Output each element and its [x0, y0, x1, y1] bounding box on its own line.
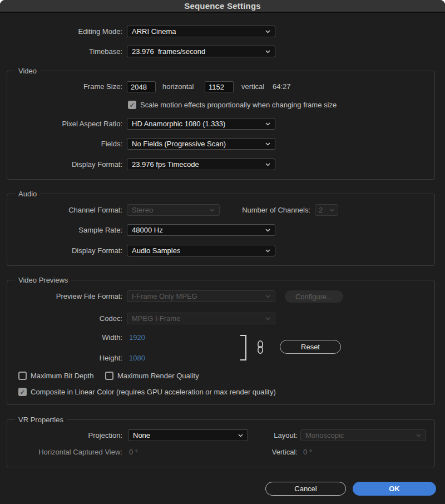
codec-label: Codec:: [0, 313, 122, 324]
chevron-down-icon: [265, 142, 270, 146]
projection-label: Projection:: [0, 429, 122, 441]
chevron-down-icon: [265, 295, 270, 298]
preview-height-label: Height:: [0, 354, 122, 362]
chevron-down-icon: [265, 229, 270, 232]
sample-rate-dropdown[interactable]: 48000 Hz: [127, 224, 275, 236]
chevron-down-icon: [265, 249, 270, 253]
codec-value: MPEG I-Frame: [132, 314, 180, 323]
editing-mode-dropdown[interactable]: ARRI Cinema: [127, 26, 275, 37]
frame-height-input[interactable]: [205, 81, 234, 92]
video-previews-group-legend: Video Previews: [15, 275, 71, 285]
fields-dropdown[interactable]: No Fields (Progressive Scan): [127, 138, 275, 150]
number-of-channels-dropdown: 2: [315, 204, 338, 216]
chevron-down-icon: [329, 209, 334, 212]
horizontal-label: horizontal: [162, 81, 194, 92]
number-of-channels-value: 2: [319, 206, 323, 214]
sample-rate-label: Sample Rate:: [0, 224, 122, 236]
reset-button[interactable]: Reset: [280, 340, 341, 354]
horizontal-captured-view-value: 0 °: [129, 448, 138, 456]
scale-motion-label: Scale motion effects proportionally when…: [140, 101, 337, 110]
preview-file-format-label: Preview File Format:: [0, 290, 122, 302]
pixel-aspect-ratio-value: HD Anamorphic 1080 (1.333): [132, 120, 225, 128]
sample-rate-value: 48000 Hz: [132, 226, 163, 234]
configure-button: Configure...: [285, 290, 343, 303]
chevron-down-icon: [265, 122, 270, 126]
preview-file-format-value: I-Frame Only MPEG: [132, 292, 197, 300]
video-display-format-value: 23.976 fps Timecode: [132, 160, 199, 169]
scale-motion-checkbox[interactable]: [128, 101, 136, 109]
fields-value: No Fields (Progressive Scan): [132, 140, 226, 148]
aspect-ratio-value: 64:27: [273, 81, 291, 92]
chevron-down-icon: [265, 163, 270, 166]
audio-group-legend: Audio: [15, 189, 40, 199]
horizontal-captured-view-label: Horizontal Captured View:: [0, 448, 122, 456]
chevron-down-icon: [265, 317, 270, 320]
pixel-aspect-ratio-dropdown[interactable]: HD Anamorphic 1080 (1.333): [127, 118, 275, 130]
preview-width-label: Width:: [0, 333, 122, 342]
channel-format-label: Channel Format:: [0, 204, 122, 216]
video-display-format-label: Display Format:: [0, 159, 122, 170]
link-width-height-icon[interactable]: [256, 339, 264, 355]
timebase-label: Timebase:: [0, 46, 122, 57]
video-display-format-dropdown[interactable]: 23.976 fps Timecode: [127, 159, 275, 170]
maximum-render-quality-checkbox[interactable]: [105, 372, 113, 380]
width-height-bracket: [240, 335, 246, 360]
preview-height-value[interactable]: 1080: [129, 354, 145, 362]
vr-vertical-label: Vertical:: [222, 448, 298, 456]
vr-layout-dropdown: Monoscopic: [300, 429, 426, 441]
composite-linear-color-checkbox[interactable]: [18, 388, 27, 396]
maximum-bit-depth-label: Maximum Bit Depth: [31, 372, 93, 381]
editing-mode-value: ARRI Cinema: [132, 27, 176, 36]
chevron-down-icon: [210, 209, 215, 212]
pixel-aspect-ratio-label: Pixel Aspect Ratio:: [0, 118, 122, 130]
chevron-down-icon: [416, 434, 421, 437]
vr-layout-label: Layout:: [222, 429, 298, 441]
vr-properties-group-legend: VR Properties: [15, 415, 67, 424]
composite-linear-color-label: Composite in Linear Color (requires GPU …: [31, 388, 276, 397]
vr-properties-group: VR Properties: [7, 419, 435, 467]
maximum-bit-depth-checkbox[interactable]: [18, 372, 27, 380]
audio-display-format-label: Display Format:: [0, 245, 122, 256]
audio-display-format-value: Audio Samples: [132, 246, 180, 255]
channel-format-value: Stereo: [132, 206, 153, 214]
editing-mode-label: Editing Mode:: [0, 26, 122, 37]
sequence-settings-dialog: Sequence Settings Editing Mode: ARRI Cin…: [0, 0, 445, 504]
ok-button[interactable]: OK: [353, 482, 436, 496]
chevron-down-icon: [265, 50, 270, 53]
vr-layout-value: Monoscopic: [305, 431, 344, 439]
timebase-dropdown[interactable]: 23.976 frames/second: [127, 46, 275, 57]
frame-width-input[interactable]: [127, 81, 156, 92]
chevron-down-icon: [265, 30, 270, 33]
frame-size-label: Frame Size:: [0, 81, 122, 92]
number-of-channels-label: Number of Channels:: [222, 204, 310, 216]
fields-label: Fields:: [0, 138, 122, 150]
cancel-button[interactable]: Cancel: [265, 482, 346, 496]
channel-format-dropdown: Stereo: [127, 204, 220, 216]
title-bar: Sequence Settings: [0, 0, 445, 13]
preview-width-value[interactable]: 1920: [129, 333, 145, 342]
projection-value: None: [133, 431, 150, 439]
vr-vertical-value: 0 °: [303, 448, 312, 456]
vertical-label: vertical: [241, 81, 264, 92]
video-group-legend: Video: [15, 66, 40, 76]
codec-dropdown: MPEG I-Frame: [127, 313, 275, 324]
audio-display-format-dropdown[interactable]: Audio Samples: [127, 245, 275, 256]
maximum-render-quality-label: Maximum Render Quality: [117, 372, 199, 381]
preview-file-format-dropdown: I-Frame Only MPEG: [127, 290, 275, 302]
timebase-value: 23.976 frames/second: [132, 47, 205, 56]
dialog-title: Sequence Settings: [184, 1, 261, 11]
